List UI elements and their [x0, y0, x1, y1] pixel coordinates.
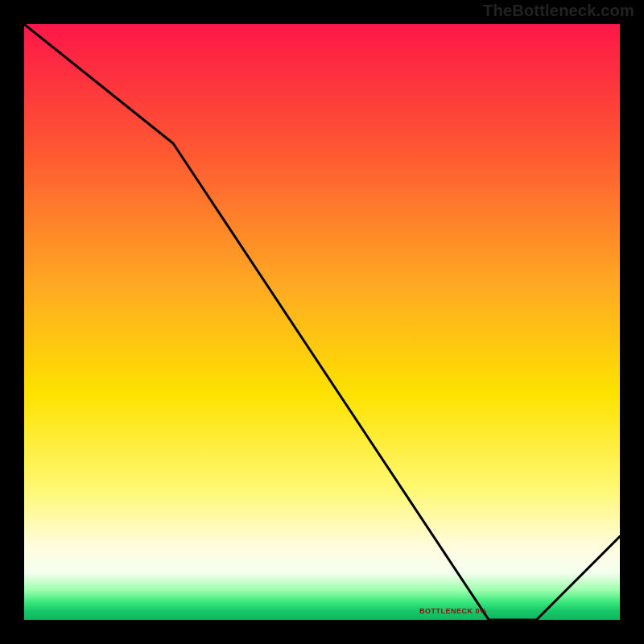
chart-container: TheBottleneck.com BOTTLENECK 0%: [0, 0, 644, 644]
watermark-text: TheBottleneck.com: [483, 2, 634, 20]
bottleneck-line: [24, 24, 620, 620]
bottleneck-zero-label: BOTTLENECK 0%: [419, 607, 487, 615]
plot-area: BOTTLENECK 0%: [24, 24, 620, 620]
line-chart: [24, 24, 620, 620]
